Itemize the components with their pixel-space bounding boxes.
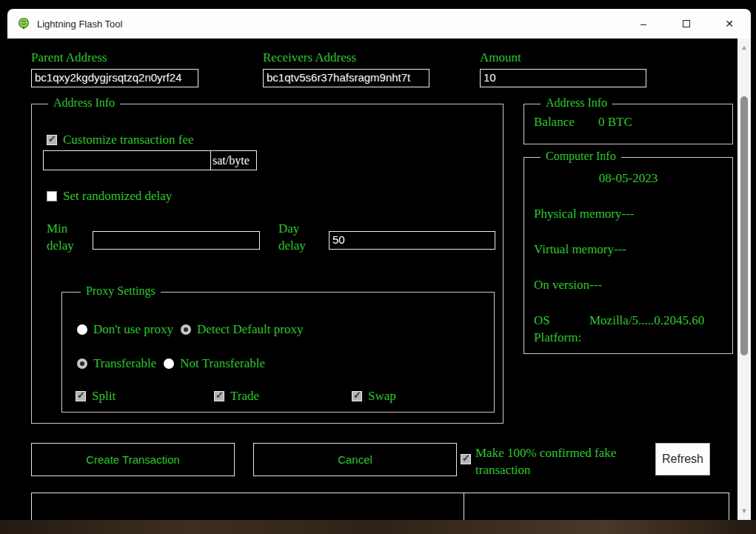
on-version-line: On version--- [534, 278, 602, 293]
proxy-settings-group: Proxy Settings Don't use proxy Detect De… [61, 292, 495, 413]
virtual-memory-line: Virtual memory--- [534, 242, 626, 257]
proxy-settings-title: Proxy Settings [81, 284, 161, 298]
randomized-delay-checkbox[interactable] [47, 191, 57, 201]
close-button[interactable]: ✕ [708, 9, 751, 39]
close-icon: ✕ [725, 18, 734, 30]
receivers-address-label: Receivers Address [263, 50, 356, 65]
refresh-button[interactable]: Refresh [655, 443, 710, 475]
customize-fee-row: Customize transaction fee [47, 133, 194, 147]
maximize-button[interactable] [665, 9, 708, 39]
minimize-button[interactable]: – [622, 9, 665, 39]
amount-input[interactable]: 10 [480, 69, 646, 87]
split-label: Split [92, 389, 116, 404]
day-delay-label: Day delay [278, 220, 319, 254]
dont-use-proxy-label: Don't use proxy [93, 322, 173, 337]
swap-checkbox[interactable] [352, 391, 362, 401]
randomized-delay-row: Set randomized delay [47, 189, 172, 204]
minimize-icon: – [640, 18, 646, 30]
receivers-address-input[interactable]: bc1qtv5s6r37hafsragm9nht7t [263, 69, 429, 87]
fee-unit-label: sat/byte [211, 151, 256, 170]
computer-info-date: 08-05-2023 [524, 171, 732, 186]
min-delay-label: Min delay [47, 220, 85, 254]
min-delay-input[interactable] [93, 231, 260, 250]
output-panel-right [464, 493, 729, 520]
computer-info-title: Computer Info [541, 150, 621, 163]
balance-group: Address Info Balance 0 BTC [523, 104, 733, 144]
split-checkbox[interactable] [76, 391, 86, 401]
trade-label: Trade [230, 389, 259, 404]
fee-field-wrap: sat/byte [43, 150, 257, 170]
swap-row: Swap [352, 389, 396, 404]
detect-default-proxy-radio[interactable] [181, 324, 191, 335]
not-transferable-label: Not Transferable [180, 356, 265, 371]
detect-default-proxy-label: Detect Default proxy [197, 322, 304, 337]
desktop-wallpaper [0, 520, 756, 534]
dont-use-proxy-radio[interactable] [77, 324, 87, 335]
trade-checkbox[interactable] [214, 391, 224, 401]
window-title: Lightning Flash Tool [37, 19, 122, 30]
parent-address-label: Parent Address [31, 50, 107, 65]
address-info-group: Address Info Customize transaction fee s… [31, 104, 504, 424]
not-transferable-radio[interactable] [164, 358, 174, 369]
client-area: Parent Address Receivers Address Amount … [7, 39, 751, 520]
address-info-group-title: Address Info [48, 96, 120, 110]
app-logo-icon [17, 17, 30, 30]
balance-group-title: Address Info [541, 96, 612, 110]
trade-row: Trade [214, 389, 259, 404]
randomized-delay-label: Set randomized delay [63, 189, 172, 204]
os-label: OS [534, 313, 550, 328]
app-window: Lightning Flash Tool – ✕ Parent Address … [7, 9, 751, 520]
physical-memory-line: Physical memory--- [534, 207, 635, 221]
os-value: Mozilla/5.....0.2045.60 [589, 313, 704, 328]
balance-label: Balance [534, 115, 575, 130]
platform-label: Platform: [534, 330, 581, 345]
transferable-label: Transferable [93, 356, 156, 371]
fake-transaction-label: Make 100% confirmed fake transaction [475, 444, 653, 478]
day-delay-input[interactable]: 50 [329, 231, 495, 250]
window-controls: – ✕ [622, 9, 751, 39]
title-bar: Lightning Flash Tool – ✕ [7, 9, 751, 39]
balance-value: 0 BTC [598, 115, 632, 130]
create-transaction-button[interactable]: Create Transaction [31, 443, 235, 476]
transferable-radio[interactable] [77, 358, 87, 369]
customize-fee-label: Customize transaction fee [63, 133, 194, 147]
output-panel [31, 493, 729, 520]
split-row: Split [76, 389, 116, 404]
vertical-scrollbar[interactable]: ▲ ▼ [737, 39, 751, 520]
parent-address-input[interactable]: bc1qxy2kgdygjrsqtzq2n0yrf24 [31, 69, 198, 87]
swap-label: Swap [368, 389, 396, 404]
proxy-radio-row-1: Don't use proxy Detect Default proxy [77, 322, 303, 337]
output-panel-left [32, 493, 464, 520]
maximize-icon [683, 20, 690, 27]
computer-info-group: Computer Info 08-05-2023 Physical memory… [523, 157, 733, 354]
fake-transaction-checkbox[interactable] [461, 454, 471, 464]
scrollbar-thumb[interactable] [740, 96, 748, 356]
customize-fee-checkbox[interactable] [47, 135, 57, 145]
scroll-up-icon[interactable]: ▲ [737, 41, 751, 53]
scroll-down-icon[interactable]: ▼ [737, 505, 751, 517]
fee-input[interactable] [44, 151, 211, 170]
proxy-radio-row-2: Transferable Not Transferable [77, 356, 265, 371]
cancel-button[interactable]: Cancel [253, 443, 457, 476]
amount-label: Amount [480, 50, 521, 65]
